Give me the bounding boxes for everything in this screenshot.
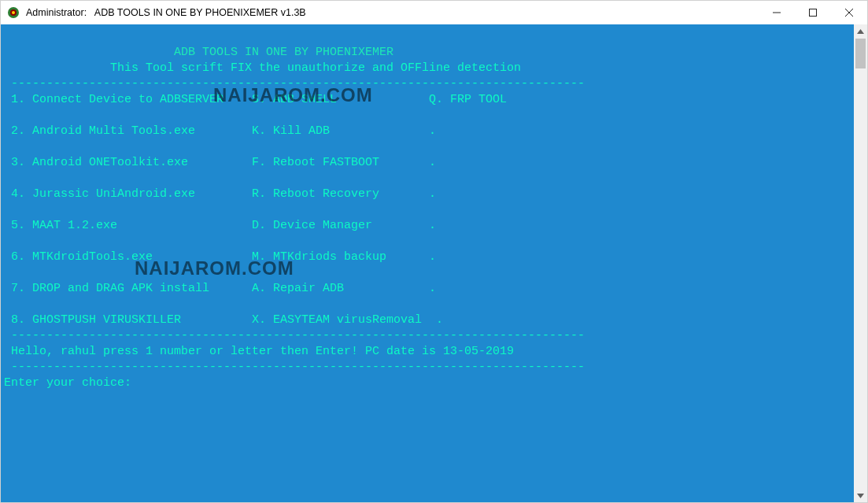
client-area: ADB TOOLS IN ONE BY PHOENIXEMER This Too… xyxy=(1,24,867,502)
menu-row: 4. Jurassic UniAndroid.exe R. Reboot Rec… xyxy=(4,187,436,201)
svg-rect-4 xyxy=(810,9,817,17)
scroll-thumb[interactable] xyxy=(855,39,866,68)
divider: ----------------------------------------… xyxy=(4,329,585,342)
menu-row: 1. Connect Device to ADBSERVER S. ADB SH… xyxy=(4,93,507,106)
minimize-button[interactable] xyxy=(759,1,795,24)
console-wrap: ADB TOOLS IN ONE BY PHOENIXEMER This Too… xyxy=(1,24,854,502)
titlebar[interactable]: Administrator: ADB TOOLS IN ONE BY PHOEN… xyxy=(1,1,867,24)
scroll-up-icon[interactable] xyxy=(854,24,867,38)
close-button[interactable] xyxy=(831,1,867,24)
svg-marker-8 xyxy=(857,494,864,498)
scroll-down-icon[interactable] xyxy=(854,489,867,502)
divider: ----------------------------------------… xyxy=(4,361,585,374)
maximize-button[interactable] xyxy=(795,1,831,24)
titlebar-text: Administrator: ADB TOOLS IN ONE BY PHOEN… xyxy=(26,7,759,18)
menu-row: 5. MAAT 1.2.exe D. Device Manager . xyxy=(4,219,436,232)
input-prompt: Enter your choice: xyxy=(4,376,131,390)
console-footer: Hello, rahul press 1 number or letter th… xyxy=(4,345,514,358)
menu-row: 3. Android ONEToolkit.exe F. Reboot FAST… xyxy=(4,156,436,169)
console-header-1: ADB TOOLS IN ONE BY PHOENIXEMER xyxy=(4,46,393,59)
menu-row: 2. Android Multi Tools.exe K. Kill ADB . xyxy=(4,124,436,138)
svg-point-2 xyxy=(12,11,15,14)
menu-row: 6. MTKdroidTools.exe M. MTKdriods backup… xyxy=(4,250,436,264)
console-header-2: This Tool scrift FIX the unauthorize and… xyxy=(4,61,521,75)
divider: ----------------------------------------… xyxy=(4,77,585,91)
menu-row: 8. GHOSTPUSH VIRUSKILLER X. EASYTEAM vir… xyxy=(4,313,443,327)
menu-row: 7. DROP and DRAG APK install A. Repair A… xyxy=(4,282,436,295)
app-icon xyxy=(7,6,20,19)
vertical-scrollbar[interactable] xyxy=(854,24,867,502)
console[interactable]: ADB TOOLS IN ONE BY PHOENIXEMER This Too… xyxy=(1,24,854,502)
window-controls xyxy=(759,1,867,24)
app-window: Administrator: ADB TOOLS IN ONE BY PHOEN… xyxy=(0,0,868,503)
svg-marker-7 xyxy=(857,29,864,34)
